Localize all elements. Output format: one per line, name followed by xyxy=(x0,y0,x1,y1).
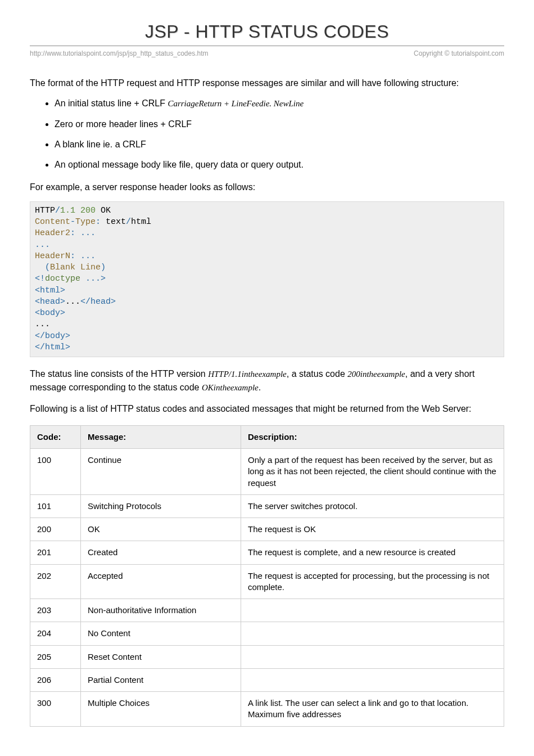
cell-code: 204 xyxy=(30,622,81,645)
cell-code: 200 xyxy=(30,518,81,541)
table-row: 206Partial Content xyxy=(30,668,504,691)
status-line-paragraph: The status line consists of the HTTP ver… xyxy=(30,367,504,394)
table-row: 100ContinueOnly a part of the request ha… xyxy=(30,449,504,495)
structure-list: An initial status line + CRLF CarriageRe… xyxy=(30,97,504,172)
table-row: 205Reset Content xyxy=(30,645,504,668)
table-row: 101Switching ProtocolsThe server switche… xyxy=(30,494,504,518)
table-row: 200OKThe request is OK xyxy=(30,518,504,541)
cell-description: The request is complete, and a new resou… xyxy=(241,541,504,564)
list-item: Zero or more header lines + CRLF xyxy=(55,118,504,130)
cell-message: Non-authoritative Information xyxy=(81,599,241,622)
cell-description: Only a part of the request has been rece… xyxy=(241,449,504,495)
source-url-link[interactable]: http://www.tutorialspoint.com/jsp/jsp_ht… xyxy=(30,50,209,57)
list-item-italic: CarriageReturn + LineFeedie. NewLine xyxy=(168,99,304,108)
cell-message: Accepted xyxy=(81,564,241,599)
cell-message: No Content xyxy=(81,622,241,645)
cell-message: Switching Protocols xyxy=(81,494,241,518)
table-body: 100ContinueOnly a part of the request ha… xyxy=(30,449,504,727)
cell-description xyxy=(241,599,504,622)
page-root: JSP - HTTP STATUS CODES http://www.tutor… xyxy=(0,0,534,727)
cell-code: 300 xyxy=(30,692,81,727)
cell-message: Continue xyxy=(81,449,241,495)
cell-code: 202 xyxy=(30,564,81,599)
col-header-message: Message: xyxy=(81,425,241,448)
inline-italic: 200intheexample xyxy=(347,370,405,379)
table-lead: Following is a list of HTTP status codes… xyxy=(30,402,504,415)
meta-row: http://www.tutorialspoint.com/jsp/jsp_ht… xyxy=(30,50,504,57)
cell-code: 100 xyxy=(30,449,81,495)
inline-italic: HTTP/1.1intheexample xyxy=(208,370,287,379)
copyright-text: Copyright © tutorialspoint.com xyxy=(414,50,504,57)
cell-message: Created xyxy=(81,541,241,564)
cell-code: 206 xyxy=(30,668,81,691)
table-row: 202AcceptedThe request is accepted for p… xyxy=(30,564,504,599)
table-header-row: Code: Message: Description: xyxy=(30,425,504,448)
text-fragment: . xyxy=(259,382,261,392)
text-fragment: The status line consists of the HTTP ver… xyxy=(30,369,208,379)
cell-code: 205 xyxy=(30,645,81,668)
page-title: JSP - HTTP STATUS CODES xyxy=(30,21,504,46)
cell-code: 201 xyxy=(30,541,81,564)
cell-code: 203 xyxy=(30,599,81,622)
list-item: An initial status line + CRLF CarriageRe… xyxy=(55,97,504,110)
text-fragment: , a status code xyxy=(287,369,348,379)
cell-description: The request is accepted for processing, … xyxy=(241,564,504,599)
cell-description xyxy=(241,645,504,668)
col-header-description: Description: xyxy=(241,425,504,448)
status-codes-table: Code: Message: Description: 100ContinueO… xyxy=(30,425,504,727)
table-row: 201CreatedThe request is complete, and a… xyxy=(30,541,504,564)
inline-italic: OKintheexample xyxy=(202,383,259,392)
table-row: 203Non-authoritative Information xyxy=(30,599,504,622)
cell-description xyxy=(241,668,504,691)
list-item: A blank line ie. a CRLF xyxy=(55,138,504,151)
list-item: An optional message body like file, quer… xyxy=(55,159,504,171)
list-item-text: An initial status line + CRLF xyxy=(55,98,168,108)
cell-message: Reset Content xyxy=(81,645,241,668)
cell-description: The server switches protocol. xyxy=(241,494,504,518)
intro-paragraph: The format of the HTTP request and HTTP … xyxy=(30,76,504,89)
cell-message: Multiple Choices xyxy=(81,692,241,727)
example-lead: For example, a server response header lo… xyxy=(30,181,504,194)
cell-description xyxy=(241,622,504,645)
cell-message: Partial Content xyxy=(81,668,241,691)
cell-message: OK xyxy=(81,518,241,541)
cell-description: The request is OK xyxy=(241,518,504,541)
col-header-code: Code: xyxy=(30,425,81,448)
cell-code: 101 xyxy=(30,494,81,518)
table-row: 204No Content xyxy=(30,622,504,645)
code-block: HTTP/1.1 200 OK Content-Type: text/html … xyxy=(30,201,504,357)
table-row: 300Multiple ChoicesA link list. The user… xyxy=(30,692,504,727)
cell-description: A link list. The user can select a link … xyxy=(241,692,504,727)
